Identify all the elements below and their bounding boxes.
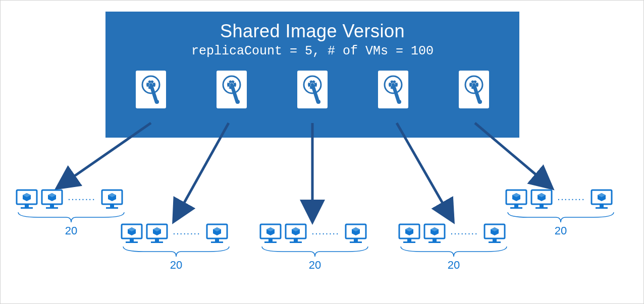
svg-point-45 <box>470 86 472 88</box>
panel-title: Shared Image Version <box>105 21 519 42</box>
svg-point-43 <box>470 81 472 83</box>
svg-point-15 <box>228 86 230 88</box>
disk-icon <box>217 71 247 108</box>
vm-icon <box>530 188 553 210</box>
ellipsis: ........ <box>556 194 587 202</box>
svg-point-24 <box>315 81 316 83</box>
image-version-panel: Shared Image Version replicaCount = 5, #… <box>105 12 519 138</box>
svg-point-37 <box>393 79 394 81</box>
vm-icon <box>285 222 307 245</box>
brace-icon <box>398 247 509 258</box>
svg-point-19 <box>236 100 240 104</box>
ellipsis: ........ <box>310 228 342 236</box>
vm-row: ........ <box>398 222 509 245</box>
svg-point-14 <box>234 81 236 83</box>
vm-icon <box>398 222 420 245</box>
disk-icon <box>136 71 166 108</box>
ellipsis: ........ <box>66 194 98 202</box>
vm-group: ........ 20 <box>16 188 127 237</box>
svg-point-27 <box>312 79 313 81</box>
vm-icon <box>101 188 123 210</box>
svg-point-44 <box>476 81 478 83</box>
vm-row: ........ <box>16 188 127 210</box>
vm-icon <box>121 222 143 245</box>
ellipsis: ........ <box>171 228 203 236</box>
svg-point-4 <box>153 81 155 83</box>
vm-row: ........ <box>121 222 232 245</box>
svg-point-25 <box>309 86 310 88</box>
group-count: 20 <box>121 259 232 272</box>
vm-icon <box>16 188 38 210</box>
group-count: 20 <box>398 259 509 272</box>
svg-point-17 <box>231 79 233 81</box>
vm-icon <box>484 222 506 245</box>
vm-icon <box>345 222 367 245</box>
vm-icon <box>41 188 63 210</box>
svg-point-29 <box>316 100 320 104</box>
vm-group: ........ 20 <box>121 222 232 272</box>
disk-icon <box>378 71 408 108</box>
svg-point-5 <box>147 86 149 88</box>
vm-group: ........ 20 <box>398 222 509 272</box>
svg-point-49 <box>478 100 482 104</box>
panel-subtitle: replicaCount = 5, # of VMs = 100 <box>105 44 519 58</box>
svg-point-7 <box>150 79 152 81</box>
svg-point-23 <box>309 81 310 83</box>
brace-icon <box>505 212 616 223</box>
vm-icon <box>591 188 613 210</box>
brace-icon <box>259 247 370 258</box>
svg-point-33 <box>390 81 391 83</box>
vm-icon <box>206 222 228 245</box>
replica-disk-row <box>105 71 519 108</box>
group-count: 20 <box>505 224 616 237</box>
svg-point-35 <box>390 86 391 88</box>
vm-icon <box>259 222 282 245</box>
vm-group: ........ 20 <box>505 188 616 237</box>
vm-icon <box>146 222 168 245</box>
svg-point-34 <box>396 81 397 83</box>
vm-group: ........ 20 <box>259 222 370 272</box>
brace-icon <box>16 212 127 223</box>
vm-row: ........ <box>505 188 616 210</box>
group-count: 20 <box>16 224 127 237</box>
svg-point-9 <box>155 100 159 104</box>
disk-icon <box>459 71 489 108</box>
brace-icon <box>121 247 232 258</box>
vm-row: ........ <box>259 222 370 245</box>
group-count: 20 <box>259 259 370 272</box>
ellipsis: ........ <box>449 228 480 236</box>
vm-icon <box>505 188 527 210</box>
svg-point-39 <box>397 100 401 104</box>
svg-point-3 <box>147 81 149 83</box>
disk-icon <box>297 71 328 108</box>
svg-point-13 <box>228 81 230 83</box>
svg-point-47 <box>473 79 475 81</box>
vm-icon <box>423 222 446 245</box>
